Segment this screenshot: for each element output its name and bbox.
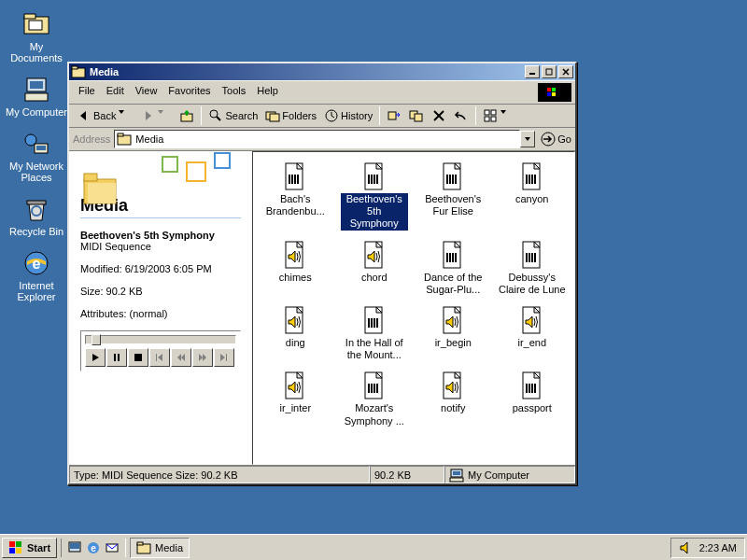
file-label: chord — [361, 272, 388, 284]
svg-rect-85 — [532, 175, 533, 180]
file-item[interactable]: Mozart's Symphony ... — [336, 369, 414, 428]
back-button[interactable]: Back — [73, 106, 136, 125]
titlebar[interactable]: Media — [69, 63, 575, 80]
file-item[interactable]: Debussy's Claire de Lune — [494, 238, 571, 298]
prev-icon — [155, 353, 164, 362]
ql-ie[interactable]: e — [84, 539, 103, 557]
copy-to-button[interactable] — [405, 106, 428, 125]
file-list[interactable]: Bach's Brandenbu...Beethoven's 5th Symph… — [252, 151, 575, 465]
player-play-button[interactable] — [85, 348, 106, 367]
svg-rect-103 — [532, 253, 533, 259]
player-next-button[interactable] — [214, 348, 234, 367]
player-rewind-button[interactable] — [171, 348, 191, 367]
menubar: File Edit View Favorites Tools Help — [69, 80, 575, 104]
desktop-icon-my-documents[interactable]: My Documents — [4, 4, 69, 69]
search-button[interactable]: Search — [204, 106, 261, 125]
file-item[interactable]: In the Hall of the Mount... — [336, 303, 414, 363]
statusbar: Type: MIDI Sequence Size: 90.2 KB 90.2 K… — [69, 465, 575, 483]
views-button[interactable] — [479, 106, 518, 125]
file-item[interactable]: Dance of the Sugar-Plu... — [415, 238, 492, 298]
info-pane: Media Beethoven's 5th Symphony MIDI Sequ… — [69, 151, 252, 465]
menu-file[interactable]: File — [73, 83, 101, 102]
folders-button[interactable]: Folders — [261, 106, 320, 125]
move-to-button[interactable] — [383, 106, 405, 125]
file-item[interactable]: ir_begin — [415, 303, 492, 363]
network-icon — [21, 129, 51, 159]
svg-text:e: e — [91, 543, 96, 553]
undo-button[interactable] — [450, 106, 472, 125]
player-seek-track[interactable] — [85, 335, 236, 344]
computer-icon — [21, 75, 51, 105]
next-icon — [219, 353, 229, 362]
file-item[interactable]: canyon — [494, 160, 571, 232]
svg-line-25 — [217, 117, 220, 120]
history-button[interactable]: History — [320, 106, 376, 125]
file-size: Size: 90.2 KB — [80, 286, 241, 297]
menu-edit[interactable]: Edit — [101, 83, 130, 102]
menu-favorites[interactable]: Favorites — [162, 83, 216, 102]
player-forward-button[interactable] — [192, 348, 213, 367]
forward-button[interactable] — [136, 106, 176, 125]
move-icon — [387, 108, 402, 123]
ql-outlook[interactable] — [103, 539, 121, 557]
svg-rect-135 — [450, 478, 463, 482]
svg-rect-94 — [450, 253, 451, 259]
player-prev-button[interactable] — [149, 348, 170, 367]
file-item[interactable]: ding — [257, 303, 334, 363]
svg-rect-131 — [529, 384, 530, 389]
close-button[interactable] — [558, 65, 573, 78]
desktop-icon-my-computer[interactable]: My Computer — [4, 69, 69, 123]
file-label: canyon — [515, 193, 548, 205]
svg-rect-14 — [72, 66, 78, 69]
svg-rect-53 — [226, 354, 227, 361]
svg-rect-84 — [529, 175, 530, 180]
maximize-button[interactable] — [542, 65, 557, 78]
file-item[interactable]: chimes — [257, 238, 334, 298]
minimize-button[interactable] — [525, 65, 540, 78]
svg-rect-45 — [215, 153, 230, 168]
player-seek-thumb[interactable] — [92, 334, 101, 345]
file-item[interactable]: Bach's Brandenbu... — [257, 160, 334, 232]
file-item[interactable]: chord — [336, 238, 414, 298]
menu-tools[interactable]: Tools — [217, 83, 252, 102]
volume-icon[interactable] — [679, 540, 694, 555]
delete-button[interactable] — [428, 106, 450, 125]
file-item[interactable]: Beethoven's 5th Symphony — [336, 160, 414, 232]
player-stop-button[interactable] — [128, 348, 148, 367]
svg-rect-137 — [16, 541, 21, 547]
desktop-icon-ie[interactable]: e Internet Explorer — [4, 243, 69, 308]
address-dropdown[interactable] — [520, 131, 535, 147]
desktop-icon-label: Internet Explorer — [4, 280, 69, 302]
menu-view[interactable]: View — [130, 83, 163, 102]
search-icon — [208, 108, 223, 123]
address-bar: Address Media Go — [69, 127, 575, 150]
address-field[interactable]: Media — [114, 130, 520, 148]
up-button[interactable] — [176, 106, 198, 125]
taskbar-item-media[interactable]: Media — [130, 538, 190, 558]
file-item[interactable]: notify — [415, 369, 492, 428]
folder-large-icon — [80, 168, 120, 207]
menu-help[interactable]: Help — [251, 83, 284, 102]
clock[interactable]: 2:23 AM — [699, 542, 737, 553]
svg-rect-5 — [25, 93, 48, 101]
svg-rect-58 — [297, 175, 299, 184]
file-item[interactable]: passport — [494, 369, 571, 428]
ql-show-desktop[interactable] — [65, 539, 84, 557]
dropdown-icon — [157, 108, 172, 123]
player-pause-button[interactable] — [106, 348, 127, 367]
file-item[interactable]: Beethoven's Fur Elise — [415, 160, 492, 232]
file-item[interactable]: ir_inter — [257, 369, 334, 428]
svg-line-30 — [331, 116, 334, 118]
go-button[interactable]: Go — [541, 132, 571, 147]
start-button[interactable]: Start — [2, 538, 57, 558]
status-size: 90.2 KB — [370, 466, 444, 483]
desktop-icon-label: My Network Places — [4, 161, 69, 183]
svg-rect-38 — [485, 117, 489, 121]
status-left: Type: MIDI Sequence Size: 90.2 KB — [69, 466, 370, 483]
desktop-icon-recycle-bin[interactable]: Recycle Bin — [4, 189, 69, 243]
file-modified: Modified: 6/19/2003 6:05 PM — [80, 263, 241, 274]
ie-icon: e — [21, 248, 51, 278]
file-item[interactable]: ir_end — [494, 303, 571, 363]
svg-rect-44 — [187, 162, 205, 181]
desktop-icon-network-places[interactable]: My Network Places — [4, 123, 69, 189]
